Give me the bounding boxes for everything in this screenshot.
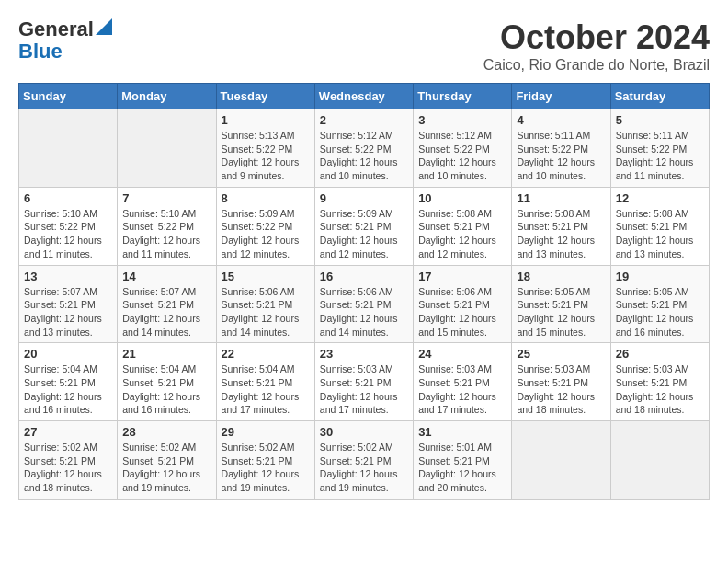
calendar-cell: 18Sunrise: 5:05 AMSunset: 5:21 PMDayligh… bbox=[512, 265, 610, 343]
calendar-cell bbox=[512, 421, 610, 500]
day-detail: Sunrise: 5:09 AMSunset: 5:21 PMDaylight:… bbox=[320, 207, 408, 261]
calendar-cell: 11Sunrise: 5:08 AMSunset: 5:21 PMDayligh… bbox=[512, 187, 610, 265]
calendar-cell: 31Sunrise: 5:01 AMSunset: 5:21 PMDayligh… bbox=[414, 421, 512, 500]
day-detail: Sunrise: 5:01 AMSunset: 5:21 PMDaylight:… bbox=[418, 441, 506, 495]
calendar-cell: 17Sunrise: 5:06 AMSunset: 5:21 PMDayligh… bbox=[414, 265, 512, 343]
day-detail: Sunrise: 5:11 AMSunset: 5:22 PMDaylight:… bbox=[616, 129, 704, 183]
calendar-week-row: 27Sunrise: 5:02 AMSunset: 5:21 PMDayligh… bbox=[19, 421, 710, 500]
day-number: 17 bbox=[418, 270, 506, 283]
day-detail: Sunrise: 5:03 AMSunset: 5:21 PMDaylight:… bbox=[320, 362, 408, 417]
day-number: 23 bbox=[320, 347, 408, 361]
day-number: 15 bbox=[222, 270, 310, 283]
calendar-cell: 2Sunrise: 5:12 AMSunset: 5:22 PMDaylight… bbox=[314, 109, 413, 188]
day-number: 10 bbox=[418, 191, 506, 205]
day-detail: Sunrise: 5:06 AMSunset: 5:21 PMDaylight:… bbox=[418, 285, 506, 339]
day-number: 1 bbox=[222, 113, 310, 127]
calendar-cell: 3Sunrise: 5:12 AMSunset: 5:22 PMDaylight… bbox=[414, 109, 512, 188]
calendar-cell: 16Sunrise: 5:06 AMSunset: 5:21 PMDayligh… bbox=[314, 265, 413, 343]
calendar-cell: 8Sunrise: 5:09 AMSunset: 5:22 PMDaylight… bbox=[216, 187, 314, 265]
day-detail: Sunrise: 5:12 AMSunset: 5:22 PMDaylight:… bbox=[320, 129, 408, 183]
title-block: October 2024 Caico, Rio Grande do Norte,… bbox=[483, 18, 710, 74]
day-number: 26 bbox=[616, 347, 704, 361]
day-detail: Sunrise: 5:07 AMSunset: 5:21 PMDaylight:… bbox=[122, 285, 210, 339]
day-number: 21 bbox=[122, 347, 210, 361]
calendar-cell bbox=[610, 421, 709, 500]
calendar-cell: 13Sunrise: 5:07 AMSunset: 5:21 PMDayligh… bbox=[19, 265, 118, 343]
calendar-cell: 12Sunrise: 5:08 AMSunset: 5:21 PMDayligh… bbox=[610, 187, 709, 265]
day-number: 11 bbox=[517, 191, 605, 205]
calendar-cell: 23Sunrise: 5:03 AMSunset: 5:21 PMDayligh… bbox=[314, 343, 413, 421]
calendar-cell: 30Sunrise: 5:02 AMSunset: 5:21 PMDayligh… bbox=[314, 421, 413, 500]
day-number: 24 bbox=[418, 347, 506, 361]
weekday-header: Friday bbox=[512, 84, 610, 109]
day-detail: Sunrise: 5:08 AMSunset: 5:21 PMDaylight:… bbox=[616, 207, 704, 261]
day-detail: Sunrise: 5:02 AMSunset: 5:21 PMDaylight:… bbox=[122, 441, 210, 495]
day-number: 8 bbox=[222, 191, 310, 205]
logo-general: General bbox=[18, 18, 94, 40]
day-number: 2 bbox=[320, 113, 408, 127]
calendar-cell: 1Sunrise: 5:13 AMSunset: 5:22 PMDaylight… bbox=[216, 109, 314, 188]
day-number: 25 bbox=[517, 347, 605, 361]
calendar-week-row: 13Sunrise: 5:07 AMSunset: 5:21 PMDayligh… bbox=[19, 265, 710, 343]
weekday-header: Monday bbox=[118, 84, 216, 109]
day-detail: Sunrise: 5:04 AMSunset: 5:21 PMDaylight:… bbox=[222, 362, 310, 417]
day-number: 14 bbox=[122, 270, 210, 283]
day-detail: Sunrise: 5:05 AMSunset: 5:21 PMDaylight:… bbox=[616, 285, 704, 339]
calendar-cell: 28Sunrise: 5:02 AMSunset: 5:21 PMDayligh… bbox=[118, 421, 216, 500]
day-number: 16 bbox=[320, 270, 408, 283]
calendar-cell: 26Sunrise: 5:03 AMSunset: 5:21 PMDayligh… bbox=[610, 343, 709, 421]
calendar-cell: 19Sunrise: 5:05 AMSunset: 5:21 PMDayligh… bbox=[610, 265, 709, 343]
day-number: 27 bbox=[24, 425, 112, 439]
calendar-week-row: 6Sunrise: 5:10 AMSunset: 5:22 PMDaylight… bbox=[19, 187, 710, 265]
weekday-header: Thursday bbox=[414, 84, 512, 109]
page-header: General Blue October 2024 Caico, Rio Gra… bbox=[18, 18, 710, 74]
day-detail: Sunrise: 5:06 AMSunset: 5:21 PMDaylight:… bbox=[222, 285, 310, 339]
calendar-cell bbox=[19, 109, 118, 188]
day-number: 3 bbox=[418, 113, 506, 127]
day-number: 9 bbox=[320, 191, 408, 205]
day-number: 6 bbox=[24, 191, 112, 205]
day-detail: Sunrise: 5:02 AMSunset: 5:21 PMDaylight:… bbox=[24, 441, 112, 495]
calendar-header-row: SundayMondayTuesdayWednesdayThursdayFrid… bbox=[19, 84, 710, 109]
day-detail: Sunrise: 5:02 AMSunset: 5:21 PMDaylight:… bbox=[320, 441, 408, 495]
day-number: 22 bbox=[222, 347, 310, 361]
calendar-week-row: 1Sunrise: 5:13 AMSunset: 5:22 PMDaylight… bbox=[19, 109, 710, 188]
calendar-cell: 10Sunrise: 5:08 AMSunset: 5:21 PMDayligh… bbox=[414, 187, 512, 265]
day-number: 28 bbox=[122, 425, 210, 439]
calendar-cell: 4Sunrise: 5:11 AMSunset: 5:22 PMDaylight… bbox=[512, 109, 610, 188]
day-detail: Sunrise: 5:08 AMSunset: 5:21 PMDaylight:… bbox=[517, 207, 605, 261]
calendar-cell: 5Sunrise: 5:11 AMSunset: 5:22 PMDaylight… bbox=[610, 109, 709, 188]
day-number: 7 bbox=[122, 191, 210, 205]
logo-blue: Blue bbox=[18, 40, 63, 63]
weekday-header: Sunday bbox=[19, 84, 118, 109]
logo-icon bbox=[96, 17, 112, 35]
calendar-cell: 6Sunrise: 5:10 AMSunset: 5:22 PMDaylight… bbox=[19, 187, 118, 265]
day-detail: Sunrise: 5:04 AMSunset: 5:21 PMDaylight:… bbox=[24, 362, 112, 417]
day-detail: Sunrise: 5:06 AMSunset: 5:21 PMDaylight:… bbox=[320, 285, 408, 339]
day-detail: Sunrise: 5:07 AMSunset: 5:21 PMDaylight:… bbox=[24, 285, 112, 339]
calendar-cell: 24Sunrise: 5:03 AMSunset: 5:21 PMDayligh… bbox=[414, 343, 512, 421]
calendar-cell: 27Sunrise: 5:02 AMSunset: 5:21 PMDayligh… bbox=[19, 421, 118, 500]
weekday-header: Saturday bbox=[610, 84, 709, 109]
day-detail: Sunrise: 5:03 AMSunset: 5:21 PMDaylight:… bbox=[616, 362, 704, 417]
calendar-cell: 20Sunrise: 5:04 AMSunset: 5:21 PMDayligh… bbox=[19, 343, 118, 421]
calendar-cell bbox=[118, 109, 216, 188]
day-detail: Sunrise: 5:03 AMSunset: 5:21 PMDaylight:… bbox=[517, 362, 605, 417]
calendar-cell: 7Sunrise: 5:10 AMSunset: 5:22 PMDaylight… bbox=[118, 187, 216, 265]
calendar-cell: 25Sunrise: 5:03 AMSunset: 5:21 PMDayligh… bbox=[512, 343, 610, 421]
weekday-header: Wednesday bbox=[314, 84, 413, 109]
day-number: 31 bbox=[418, 425, 506, 439]
day-detail: Sunrise: 5:12 AMSunset: 5:22 PMDaylight:… bbox=[418, 129, 506, 183]
day-number: 18 bbox=[517, 270, 605, 283]
calendar-cell: 14Sunrise: 5:07 AMSunset: 5:21 PMDayligh… bbox=[118, 265, 216, 343]
day-detail: Sunrise: 5:13 AMSunset: 5:22 PMDaylight:… bbox=[222, 129, 310, 183]
month-title: October 2024 bbox=[483, 18, 710, 57]
calendar-cell: 9Sunrise: 5:09 AMSunset: 5:21 PMDaylight… bbox=[314, 187, 413, 265]
day-detail: Sunrise: 5:05 AMSunset: 5:21 PMDaylight:… bbox=[517, 285, 605, 339]
day-number: 20 bbox=[24, 347, 112, 361]
logo: General Blue bbox=[18, 18, 112, 63]
weekday-header: Tuesday bbox=[216, 84, 314, 109]
day-number: 4 bbox=[517, 113, 605, 127]
day-detail: Sunrise: 5:10 AMSunset: 5:22 PMDaylight:… bbox=[122, 207, 210, 261]
day-detail: Sunrise: 5:08 AMSunset: 5:21 PMDaylight:… bbox=[418, 207, 506, 261]
